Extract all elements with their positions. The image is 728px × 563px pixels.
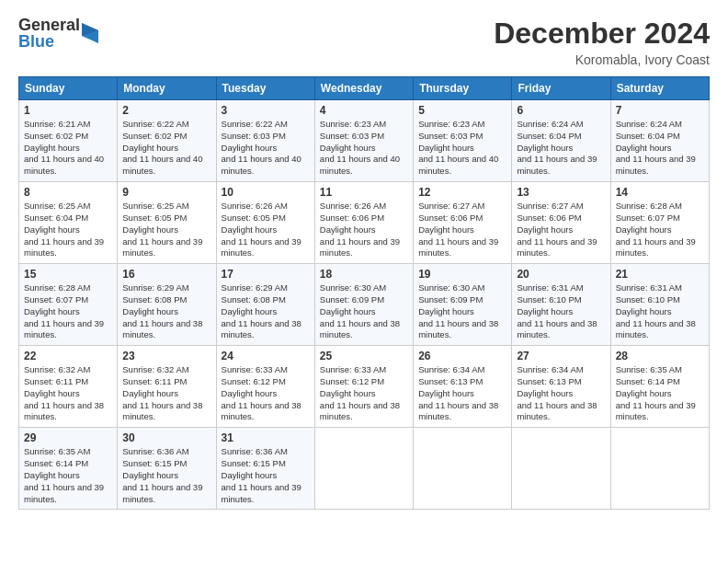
day-number: 10 — [222, 186, 310, 199]
header-sunday: Sunday — [19, 77, 118, 100]
cell-info: Sunrise: 6:26 AMSunset: 6:05 PMDaylight … — [222, 201, 301, 258]
cell-info: Sunrise: 6:27 AMSunset: 6:06 PMDaylight … — [418, 201, 498, 258]
calendar-cell: 28 Sunrise: 6:35 AMSunset: 6:14 PMDaylig… — [610, 346, 709, 428]
calendar-cell: 27 Sunrise: 6:34 AMSunset: 6:13 PMDaylig… — [512, 346, 610, 428]
calendar-cell: 12 Sunrise: 6:27 AMSunset: 6:06 PMDaylig… — [414, 182, 512, 264]
header: General Blue December 2024 Koromabla, Iv… — [18, 17, 710, 67]
day-number: 5 — [418, 104, 506, 117]
calendar-cell — [610, 428, 709, 510]
day-number: 27 — [517, 350, 605, 362]
calendar-cell: 3 Sunrise: 6:22 AMSunset: 6:03 PMDayligh… — [216, 100, 314, 182]
cell-info: Sunrise: 6:36 AMSunset: 6:15 PMDaylight … — [222, 446, 301, 503]
day-number: 17 — [222, 268, 310, 281]
calendar-cell: 7 Sunrise: 6:24 AMSunset: 6:04 PMDayligh… — [610, 100, 709, 182]
week-row-5: 29 Sunrise: 6:35 AMSunset: 6:14 PMDaylig… — [19, 428, 710, 510]
calendar-cell: 18 Sunrise: 6:30 AMSunset: 6:09 PMDaylig… — [314, 264, 413, 346]
calendar-cell: 26 Sunrise: 6:34 AMSunset: 6:13 PMDaylig… — [414, 346, 512, 428]
logo: General Blue — [18, 17, 98, 50]
cell-info: Sunrise: 6:31 AMSunset: 6:10 PMDaylight … — [616, 282, 696, 339]
logo-icon — [82, 23, 98, 43]
cell-info: Sunrise: 6:25 AMSunset: 6:05 PMDaylight … — [122, 201, 202, 258]
header-friday: Friday — [512, 77, 610, 100]
cell-info: Sunrise: 6:23 AMSunset: 6:03 PMDaylight … — [418, 119, 498, 176]
calendar-cell — [512, 428, 610, 510]
calendar-cell: 5 Sunrise: 6:23 AMSunset: 6:03 PMDayligh… — [414, 100, 512, 182]
cell-info: Sunrise: 6:31 AMSunset: 6:10 PMDaylight … — [517, 282, 597, 339]
week-row-3: 15 Sunrise: 6:28 AMSunset: 6:07 PMDaylig… — [19, 264, 710, 346]
day-number: 3 — [222, 104, 310, 117]
logo-blue: Blue — [18, 33, 80, 50]
calendar-cell: 20 Sunrise: 6:31 AMSunset: 6:10 PMDaylig… — [512, 264, 610, 346]
cell-info: Sunrise: 6:21 AMSunset: 6:02 PMDaylight … — [24, 119, 104, 176]
cell-info: Sunrise: 6:35 AMSunset: 6:14 PMDaylight … — [616, 364, 696, 421]
calendar-cell: 9 Sunrise: 6:25 AMSunset: 6:05 PMDayligh… — [118, 182, 216, 264]
day-number: 21 — [616, 268, 704, 281]
title-location: Koromabla, Ivory Coast — [494, 52, 710, 67]
cell-info: Sunrise: 6:27 AMSunset: 6:06 PMDaylight … — [517, 201, 597, 258]
calendar-cell: 13 Sunrise: 6:27 AMSunset: 6:06 PMDaylig… — [512, 182, 610, 264]
calendar-cell: 2 Sunrise: 6:22 AMSunset: 6:02 PMDayligh… — [118, 100, 216, 182]
cell-info: Sunrise: 6:36 AMSunset: 6:15 PMDaylight … — [122, 446, 202, 503]
calendar-cell: 4 Sunrise: 6:23 AMSunset: 6:03 PMDayligh… — [314, 100, 413, 182]
cell-info: Sunrise: 6:25 AMSunset: 6:04 PMDaylight … — [24, 201, 104, 258]
cell-info: Sunrise: 6:26 AMSunset: 6:06 PMDaylight … — [320, 201, 400, 258]
day-number: 20 — [517, 268, 605, 281]
calendar-cell: 16 Sunrise: 6:29 AMSunset: 6:08 PMDaylig… — [118, 264, 216, 346]
calendar-cell: 19 Sunrise: 6:30 AMSunset: 6:09 PMDaylig… — [414, 264, 512, 346]
day-number: 24 — [222, 350, 310, 362]
header-saturday: Saturday — [610, 77, 709, 100]
day-number: 28 — [616, 350, 704, 362]
week-row-4: 22 Sunrise: 6:32 AMSunset: 6:11 PMDaylig… — [19, 346, 710, 428]
cell-info: Sunrise: 6:24 AMSunset: 6:04 PMDaylight … — [616, 119, 696, 176]
day-number: 9 — [122, 186, 210, 199]
calendar-cell: 1 Sunrise: 6:21 AMSunset: 6:02 PMDayligh… — [19, 100, 118, 182]
week-row-1: 1 Sunrise: 6:21 AMSunset: 6:02 PMDayligh… — [19, 100, 710, 182]
day-number: 29 — [24, 431, 112, 444]
cell-info: Sunrise: 6:33 AMSunset: 6:12 PMDaylight … — [320, 364, 400, 421]
header-wednesday: Wednesday — [314, 77, 413, 100]
week-row-2: 8 Sunrise: 6:25 AMSunset: 6:04 PMDayligh… — [19, 182, 710, 264]
cell-info: Sunrise: 6:30 AMSunset: 6:09 PMDaylight … — [418, 282, 498, 339]
logo-general: General — [18, 17, 80, 33]
day-number: 6 — [517, 104, 605, 117]
cell-info: Sunrise: 6:28 AMSunset: 6:07 PMDaylight … — [24, 282, 104, 339]
day-number: 13 — [517, 186, 605, 199]
day-number: 4 — [320, 104, 408, 117]
header-thursday: Thursday — [414, 77, 512, 100]
day-number: 19 — [418, 268, 506, 281]
calendar-cell: 17 Sunrise: 6:29 AMSunset: 6:08 PMDaylig… — [216, 264, 314, 346]
day-number: 11 — [320, 186, 408, 199]
day-number: 26 — [418, 350, 506, 362]
calendar-cell: 10 Sunrise: 6:26 AMSunset: 6:05 PMDaylig… — [216, 182, 314, 264]
cell-info: Sunrise: 6:28 AMSunset: 6:07 PMDaylight … — [616, 201, 696, 258]
calendar-cell: 15 Sunrise: 6:28 AMSunset: 6:07 PMDaylig… — [19, 264, 118, 346]
calendar-cell: 14 Sunrise: 6:28 AMSunset: 6:07 PMDaylig… — [610, 182, 709, 264]
title-month: December 2024 — [494, 17, 710, 51]
title-block: December 2024 Koromabla, Ivory Coast — [494, 17, 710, 67]
calendar-cell: 29 Sunrise: 6:35 AMSunset: 6:14 PMDaylig… — [19, 428, 118, 510]
cell-info: Sunrise: 6:34 AMSunset: 6:13 PMDaylight … — [418, 364, 498, 421]
day-number: 8 — [24, 186, 112, 199]
calendar-cell: 25 Sunrise: 6:33 AMSunset: 6:12 PMDaylig… — [314, 346, 413, 428]
day-number: 25 — [320, 350, 408, 362]
header-monday: Monday — [118, 77, 216, 100]
header-tuesday: Tuesday — [216, 77, 314, 100]
calendar-cell: 11 Sunrise: 6:26 AMSunset: 6:06 PMDaylig… — [314, 182, 413, 264]
calendar-cell: 30 Sunrise: 6:36 AMSunset: 6:15 PMDaylig… — [118, 428, 216, 510]
cell-info: Sunrise: 6:29 AMSunset: 6:08 PMDaylight … — [122, 282, 202, 339]
day-number: 31 — [222, 431, 310, 444]
cell-info: Sunrise: 6:30 AMSunset: 6:09 PMDaylight … — [320, 282, 400, 339]
calendar-cell: 24 Sunrise: 6:33 AMSunset: 6:12 PMDaylig… — [216, 346, 314, 428]
day-number: 14 — [616, 186, 704, 199]
day-number: 23 — [122, 350, 210, 362]
calendar-cell: 6 Sunrise: 6:24 AMSunset: 6:04 PMDayligh… — [512, 100, 610, 182]
cell-info: Sunrise: 6:29 AMSunset: 6:08 PMDaylight … — [222, 282, 301, 339]
day-number: 15 — [24, 268, 112, 281]
calendar-cell: 21 Sunrise: 6:31 AMSunset: 6:10 PMDaylig… — [610, 264, 709, 346]
day-number: 18 — [320, 268, 408, 281]
cell-info: Sunrise: 6:22 AMSunset: 6:03 PMDaylight … — [222, 119, 301, 176]
cell-info: Sunrise: 6:33 AMSunset: 6:12 PMDaylight … — [222, 364, 301, 421]
cell-info: Sunrise: 6:22 AMSunset: 6:02 PMDaylight … — [122, 119, 202, 176]
day-number: 1 — [24, 104, 112, 117]
calendar-cell: 31 Sunrise: 6:36 AMSunset: 6:15 PMDaylig… — [216, 428, 314, 510]
